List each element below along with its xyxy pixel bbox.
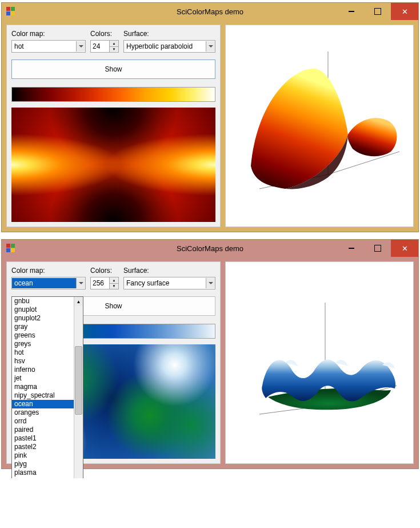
- dropdown-item-greys[interactable]: greys: [12, 340, 74, 348]
- colors-spinner[interactable]: ▲ ▼: [90, 277, 119, 289]
- svg-rect-2: [6, 11, 10, 15]
- colors-input[interactable]: [91, 41, 109, 52]
- dropdown-item-magma[interactable]: magma: [12, 383, 74, 391]
- colors-label: Colors:: [90, 30, 119, 38]
- surface-3d-plot: [228, 271, 411, 454]
- app-icon: [6, 7, 15, 16]
- dropdown-item-nipy_spectral[interactable]: nipy_spectral: [12, 391, 74, 400]
- scroll-track[interactable]: [74, 306, 83, 478]
- dropdown-item-orrd[interactable]: orrd: [12, 417, 74, 426]
- heatmap-canvas: [11, 108, 215, 222]
- dropdown-item-pastel1[interactable]: pastel1: [12, 434, 74, 443]
- colormap-label: Color map:: [11, 30, 86, 38]
- dropdown-item-greens[interactable]: greens: [12, 331, 74, 340]
- spin-up-button[interactable]: ▲: [110, 277, 118, 283]
- dropdown-item-inferno[interactable]: inferno: [12, 366, 74, 374]
- scroll-thumb[interactable]: [75, 346, 82, 415]
- colors-input[interactable]: [91, 277, 109, 289]
- colormap-combo[interactable]: ocean: [11, 277, 86, 289]
- surface-value: Hyperbolic paraboloid: [126, 42, 193, 50]
- show-button[interactable]: Show: [11, 59, 215, 79]
- chevron-down-icon[interactable]: [206, 41, 215, 51]
- dropdown-item-hsv[interactable]: hsv: [12, 357, 74, 366]
- app-window-2: SciColorMaps demo Color map: Colors: Sur…: [1, 239, 419, 469]
- maximize-button[interactable]: [365, 240, 391, 257]
- surface-3d-plot: [228, 34, 411, 217]
- svg-rect-8: [11, 244, 15, 248]
- dropdown-item-pink[interactable]: pink: [12, 451, 74, 460]
- client-area: Color map: Colors: Surface: hot ▲ ▼: [2, 20, 418, 232]
- svg-rect-3: [11, 11, 15, 15]
- dropdown-scrollbar[interactable]: ▲ ▼: [74, 297, 83, 478]
- dropdown-item-plasma[interactable]: plasma: [12, 469, 74, 477]
- chevron-down-icon[interactable]: [76, 278, 85, 288]
- titlebar[interactable]: SciColorMaps demo: [2, 3, 418, 20]
- svg-rect-7: [6, 244, 10, 248]
- svg-rect-9: [6, 248, 10, 252]
- dropdown-item-gray[interactable]: gray: [12, 323, 74, 331]
- chevron-down-icon[interactable]: [76, 41, 85, 51]
- colors-label: Colors:: [90, 267, 119, 275]
- dropdown-item-gnuplot2[interactable]: gnuplot2: [12, 314, 74, 323]
- colormap-value: hot: [14, 42, 24, 50]
- dropdown-item-paired[interactable]: paired: [12, 426, 74, 434]
- surface-3d-panel: [225, 261, 414, 464]
- dropdown-item-pastel2[interactable]: pastel2: [12, 443, 74, 451]
- close-button[interactable]: [391, 3, 418, 20]
- app-icon: [6, 244, 15, 253]
- svg-rect-10: [11, 248, 15, 252]
- surface-value: Fancy surface: [126, 279, 169, 287]
- svg-rect-0: [6, 7, 10, 11]
- svg-rect-1: [11, 7, 15, 11]
- spin-down-button[interactable]: ▼: [110, 283, 118, 289]
- dropdown-item-jet[interactable]: jet: [12, 374, 74, 383]
- dropdown-item-prgn[interactable]: prgn: [12, 477, 74, 478]
- minimize-button[interactable]: [338, 3, 365, 20]
- scroll-up-button[interactable]: ▲: [74, 297, 83, 306]
- dropdown-item-gnuplot[interactable]: gnuplot: [12, 305, 74, 314]
- client-area: Color map: Colors: Surface: ocean ▲ ▼: [2, 257, 418, 469]
- colors-spinner[interactable]: ▲ ▼: [90, 40, 119, 53]
- left-panel: Color map: Colors: Surface: ocean ▲ ▼: [6, 261, 221, 464]
- dropdown-item-oranges[interactable]: oranges: [12, 408, 74, 417]
- surface-label: Surface:: [123, 267, 215, 275]
- dropdown-item-ocean[interactable]: ocean: [12, 400, 74, 408]
- surface-combo[interactable]: Hyperbolic paraboloid: [123, 40, 215, 53]
- spin-down-button[interactable]: ▼: [110, 46, 118, 53]
- minimize-button[interactable]: [338, 240, 365, 257]
- colormap-label: Color map:: [11, 267, 86, 275]
- colormap-dropdown-list[interactable]: gnbugnuplotgnuplot2graygreensgreyshothsv…: [11, 296, 83, 478]
- colormap-combo[interactable]: hot: [11, 40, 86, 53]
- chevron-down-icon[interactable]: [206, 278, 215, 288]
- left-panel: Color map: Colors: Surface: hot ▲ ▼: [6, 25, 221, 227]
- dropdown-item-hot[interactable]: hot: [12, 348, 74, 357]
- surface-3d-panel: [225, 25, 414, 227]
- maximize-button[interactable]: [365, 3, 391, 20]
- surface-combo[interactable]: Fancy surface: [123, 277, 215, 289]
- colormap-value: ocean: [12, 278, 78, 288]
- app-window-1: SciColorMaps demo Color map: Colors: Sur…: [1, 2, 419, 232]
- titlebar[interactable]: SciColorMaps demo: [2, 240, 418, 257]
- dropdown-item-gnbu[interactable]: gnbu: [12, 297, 74, 305]
- colormap-strip: [11, 87, 215, 102]
- window-controls: [338, 3, 418, 20]
- window-controls: [338, 240, 418, 257]
- spin-up-button[interactable]: ▲: [110, 41, 118, 46]
- dropdown-item-piyg[interactable]: piyg: [12, 460, 74, 469]
- surface-label: Surface:: [123, 30, 215, 38]
- close-button[interactable]: [391, 240, 418, 257]
